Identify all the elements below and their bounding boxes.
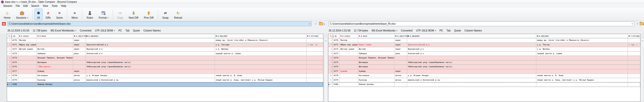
reload-button[interactable]: ↻Reload: [172, 9, 185, 20]
cell[interactable]: [340, 56, 358, 60]
cell[interactable]: [73, 60, 86, 65]
menu-item-tools[interactable]: Tools: [50, 4, 59, 8]
diffs-button[interactable]: ≠Diffs: [43, 9, 53, 20]
right-pane-vertical-scrollbar[interactable]: ▲: [640, 38, 644, 101]
cell[interactable]: [86, 69, 215, 74]
column-header-absref[interactable]: 5: ABSREF: [86, 34, 215, 38]
cell[interactable]: 4179: [333, 78, 340, 82]
cell[interactable]: 4174: [333, 56, 340, 60]
cell[interactable]: у д. Шинеры: [536, 47, 628, 51]
cell[interactable]: овраг: [395, 38, 407, 43]
cell[interactable]: 4175: [333, 60, 340, 65]
left-pane-vertical-scrollbar[interactable]: ▲: [324, 38, 328, 101]
cell[interactable]: Каганарка: [358, 74, 395, 78]
format-button[interactable]: Format▾: [96, 9, 111, 20]
cell[interactable]: 4178: [333, 74, 340, 78]
cell[interactable]: правый приток р. Сорма: [215, 52, 307, 56]
table-row[interactable]: 54173УрбашкарекаАликовский р-нправый при…: [7, 52, 323, 56]
cell[interactable]: [407, 56, 536, 60]
cell[interactable]: Чебоксарский уезд (правобережная часть): [407, 65, 536, 69]
cell[interactable]: [395, 82, 407, 87]
column-header-chuv[interactable]: 2: CHUV: [18, 34, 37, 38]
scroll-up-icon[interactable]: ▲: [324, 40, 327, 42]
column-header-relref[interactable]: 6: RELREF: [215, 34, 307, 38]
cell[interactable]: 4176: [333, 65, 340, 69]
cell[interactable]: Урбашка: [358, 52, 395, 56]
cell[interactable]: [395, 60, 407, 65]
cell[interactable]: Цивильский и Козловский р-ны: [86, 78, 215, 82]
prev-diff-button[interactable]: Prev Diff: [141, 9, 156, 20]
cell[interactable]: Красночетайский р-н: [86, 43, 215, 47]
minor-button[interactable]: ≈Minor: [69, 9, 80, 20]
cell[interactable]: 4177: [12, 69, 18, 74]
cell[interactable]: [628, 56, 640, 60]
cell[interactable]: правый приток р. Сорма: [536, 52, 628, 56]
cell[interactable]: Мислер: [18, 38, 37, 43]
cell[interactable]: 4177: [333, 69, 340, 74]
chevron-down-icon[interactable]: ▾: [114, 30, 115, 32]
file-path-input-right[interactable]: C:\Users\sisrahtak\src\sandbox\spreadshe…: [329, 21, 634, 26]
combo-dropdown-icon[interactable]: ∨: [631, 23, 633, 25]
column-header-rus[interactable]: 3: RUS: [358, 34, 395, 38]
cell[interactable]: 4178: [12, 74, 18, 78]
cell[interactable]: [340, 78, 358, 82]
cell[interactable]: Чебоксарский уезд (правобережная часть): [407, 60, 536, 65]
info-item[interactable]: UTF-16LE BOM▾: [416, 29, 436, 32]
cell[interactable]: овраг: [73, 38, 86, 43]
cell[interactable]: Шутнер: [358, 47, 395, 51]
cell[interactable]: [86, 82, 215, 87]
cell[interactable]: Куконар: [37, 78, 73, 82]
cell[interactable]: Чебоксарский уезд (правобережная часть): [86, 60, 215, 65]
column-header-id[interactable]: 1: ID: [12, 34, 18, 38]
cell[interactable]: речка: [395, 74, 407, 78]
cell[interactable]: [340, 82, 358, 87]
cell[interactable]: [628, 38, 640, 43]
cell[interactable]: Большая Тюмерля, Большие Тюмерли: [37, 56, 73, 60]
all-button[interactable]: ✱All: [34, 9, 43, 20]
cell[interactable]: [628, 69, 640, 74]
cell[interactable]: 4171: [333, 43, 340, 47]
cell[interactable]: Красночетайский р-н: [407, 43, 536, 47]
cell[interactable]: Каганарка: [37, 74, 73, 78]
cell[interactable]: левый приток р. Б. Аниш: [215, 74, 307, 78]
chevron-down-icon[interactable]: ▾: [108, 17, 109, 19]
column-header-absref[interactable]: 5: ABSREF: [407, 34, 536, 38]
cell[interactable]: [628, 52, 640, 56]
chevron-down-icon[interactable]: ▾: [27, 17, 28, 19]
cell[interactable]: река: [73, 52, 86, 56]
cell[interactable]: [73, 82, 86, 87]
cell[interactable]: [307, 56, 323, 60]
cell[interactable]: [340, 52, 358, 56]
cell[interactable]: 4172: [12, 47, 18, 51]
cell[interactable]: у д. Токташи: [215, 43, 307, 47]
cell[interactable]: овраг: [395, 69, 407, 74]
table-row[interactable]: 54173УрбашкарекаАликовский р-нправый при…: [328, 52, 640, 56]
cell[interactable]: [307, 52, 323, 56]
table-row[interactable]: 44172Шӳтнер çырмиШутнероврагВурнарский р…: [328, 47, 640, 52]
cell[interactable]: [18, 65, 37, 69]
cell[interactable]: Большая Тюмерля, Большие Тюмерли: [358, 56, 395, 60]
table-row[interactable]: 94177КужмăрКужмаровраг: [328, 69, 640, 74]
cell[interactable]: [407, 82, 536, 87]
cell[interactable]: 4173: [333, 52, 340, 56]
cell[interactable]: Кужмар: [358, 69, 395, 74]
menu-item-view[interactable]: View: [41, 4, 50, 8]
menu-item-search[interactable]: Search: [29, 4, 41, 8]
column-header-chuv[interactable]: 2: CHUV: [340, 34, 358, 38]
table-row[interactable]: 104178Каганаркаречкау д. Вторые Чекурыле…: [7, 74, 323, 78]
cell[interactable]: Шӳтнер çырми: [340, 47, 358, 51]
table-row[interactable]: 34171Мăрка вар çырмиоврагКрасночетайский…: [7, 43, 323, 47]
table-row[interactable]: 94177Кужмаровраг: [7, 69, 323, 74]
table-row[interactable]: ▶124180Нижние Кинеры: [7, 82, 323, 87]
cell[interactable]: Куконар: [358, 78, 395, 82]
cell[interactable]: 4171: [12, 43, 18, 47]
cell[interactable]: овраг: [73, 47, 86, 51]
table-row[interactable]: 44172Шӳтнер çырмиШутнероврагВурнарский р…: [7, 47, 323, 52]
cell[interactable]: овраг: [73, 43, 86, 47]
cell[interactable]: [628, 47, 640, 51]
cell[interactable]: овраг: [395, 47, 407, 51]
combo-dropdown-icon[interactable]: ∨: [309, 23, 310, 25]
cell[interactable]: 4180: [333, 82, 340, 87]
cell[interactable]: [86, 38, 215, 43]
cell[interactable]: [73, 56, 86, 60]
